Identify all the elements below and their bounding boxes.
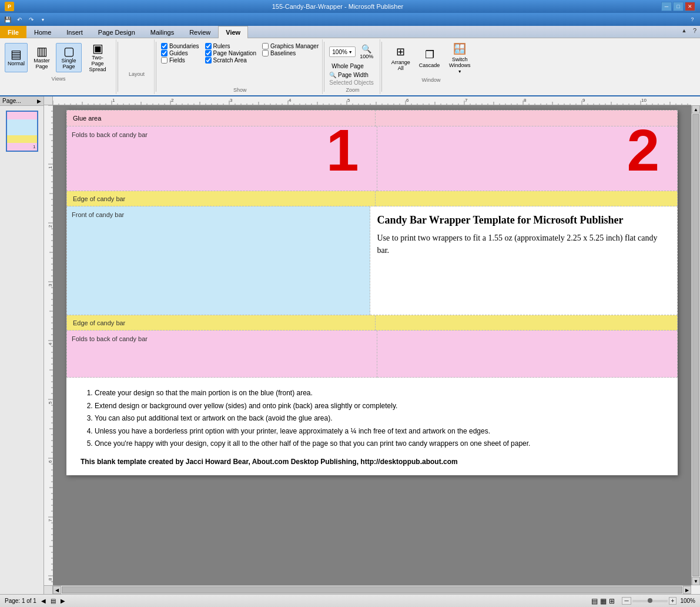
folds-back-left: Folds to back of candy bar 1 — [66, 126, 377, 191]
edge-top-right — [376, 191, 678, 206]
close-button[interactable]: ✕ — [685, 2, 695, 11]
canvas-area: Glue area Folds to back of candy bar 1 — [44, 105, 700, 585]
scroll-right-button[interactable]: ▶ — [683, 586, 691, 594]
normal-view-button[interactable]: ▤ Normal — [5, 43, 28, 72]
window-group-label: Window — [422, 77, 441, 83]
ribbon-help-icon[interactable]: ? — [689, 26, 700, 35]
zoom-in-button[interactable]: + — [669, 597, 677, 605]
zoom-slider-thumb[interactable] — [648, 598, 652, 603]
page-scroll-area[interactable]: 1 — [0, 106, 43, 594]
tab-view[interactable]: View — [218, 26, 248, 38]
tab-home[interactable]: Home — [26, 26, 59, 38]
help-minimize-icon[interactable]: ? — [687, 15, 698, 24]
zoom-slider[interactable] — [632, 600, 668, 602]
h-scroll-thumb[interactable] — [62, 586, 682, 593]
v-scroll-thumb[interactable] — [692, 114, 699, 576]
canvas-content[interactable]: Glue area Folds to back of candy bar 1 — [53, 105, 691, 585]
view-spread-icon[interactable]: ⊞ — [609, 597, 615, 605]
master-page-button[interactable]: ▥ Master Page — [29, 43, 55, 72]
qa-save-button[interactable]: 💾 — [2, 15, 13, 24]
folds-back2-label: Folds to back of candy bar — [72, 335, 148, 342]
boundaries-checkbox[interactable] — [161, 43, 168, 49]
layout-group-label: Layout — [129, 71, 145, 77]
edge-bottom-row: Edge of candy bar — [66, 315, 678, 331]
sep4 — [381, 42, 382, 92]
views-buttons: ▤ Normal ▥ Master Page ▢ Single Page ▣ T… — [5, 41, 112, 75]
page-nav-next-icon: ▶ — [61, 598, 65, 604]
cascade-button[interactable]: ❐ Cascade — [416, 44, 443, 73]
scratch-area-checkbox-item[interactable]: Scratch Area — [205, 57, 256, 64]
page-nav-checkbox-item[interactable]: Page Navigation — [205, 50, 256, 56]
scroll-left-button[interactable]: ◀ — [53, 586, 61, 594]
rulers-checkbox-item[interactable]: Rulers — [205, 43, 256, 49]
arrange-all-button[interactable]: ⊞ Arrange All — [387, 44, 415, 73]
page-icon: ▤ — [51, 598, 56, 604]
folds-back-right: 2 — [377, 126, 678, 191]
guides-checkbox-item[interactable]: Guides — [161, 50, 199, 56]
fields-checkbox-item[interactable]: Fields — [161, 57, 199, 64]
sep3 — [324, 42, 324, 92]
tab-insert[interactable]: Insert — [59, 26, 91, 38]
sep2 — [156, 42, 156, 92]
scroll-down-button[interactable]: ▼ — [692, 577, 700, 585]
show-col3: Graphics Manager Baselines — [262, 43, 319, 56]
graphics-mgr-checkbox-item[interactable]: Graphics Manager — [262, 43, 319, 49]
baselines-checkbox-item[interactable]: Baselines — [262, 50, 319, 56]
whole-page-button[interactable]: Whole Page — [329, 62, 366, 71]
page-width-button[interactable]: 🔍 Page Width — [329, 72, 368, 78]
instruction-1: Create your design so that the main port… — [95, 387, 664, 400]
zoom-100-button[interactable]: 🔍 100% — [357, 43, 376, 61]
qa-dropdown-button[interactable]: ▼ — [38, 15, 48, 24]
v-ruler — [44, 105, 53, 585]
rulers-label: Rulers — [213, 43, 230, 49]
folds-back-label: Folds to back of candy bar — [72, 131, 148, 138]
restore-button[interactable]: □ — [673, 2, 684, 11]
title-bar: P 155-Candy-Bar-Wrapper - Microsoft Publ… — [0, 0, 700, 13]
boundaries-checkbox-item[interactable]: Boundaries — [161, 43, 199, 49]
view-single-icon[interactable]: ▦ — [600, 597, 607, 605]
h-scrollbar[interactable]: ◀ ▶ — [53, 585, 691, 594]
tab-page-design[interactable]: Page Design — [91, 26, 143, 38]
scratch-area-checkbox[interactable] — [205, 57, 212, 64]
graphics-mgr-checkbox[interactable] — [262, 43, 269, 49]
qa-redo-button[interactable]: ↷ — [26, 15, 36, 24]
zoom-control: ─ + 100% — [622, 597, 695, 605]
page-thumbnail-1[interactable]: 1 — [6, 111, 38, 152]
fields-checkbox[interactable] — [161, 57, 168, 64]
selected-objects-button[interactable]: Selected Objects — [329, 79, 374, 86]
minimize-button[interactable]: ─ — [661, 2, 672, 11]
selected-objects-label: Selected Objects — [329, 79, 374, 86]
zoom-out-button[interactable]: ─ — [622, 597, 631, 605]
whole-page-label: Whole Page — [331, 63, 363, 69]
tab-mailings[interactable]: Mailings — [143, 26, 182, 38]
two-page-spread-button[interactable]: ▣ Two-Page Spread — [83, 41, 112, 75]
single-page-button[interactable]: ▢ Single Page — [56, 43, 82, 72]
page-panel-title: Page... — [2, 98, 21, 104]
rulers-checkbox[interactable] — [205, 43, 212, 49]
template-title: Candy Bar Wrapper Template for Microsoft… — [377, 214, 671, 227]
ribbon-group-window: ⊞ Arrange All ❐ Cascade 🪟 Switch Windows… — [383, 39, 480, 94]
status-left: Page: 1 of 1 ◀ ▤ ▶ — [5, 598, 65, 604]
scratch-area-label: Scratch Area — [213, 57, 247, 64]
qa-undo-button[interactable]: ↶ — [14, 15, 25, 24]
page-panel-chevron: ▶ — [37, 98, 41, 104]
h-ruler — [53, 96, 691, 105]
v-ruler-canvas — [44, 105, 53, 585]
tab-file[interactable]: File — [0, 26, 26, 38]
view-normal-icon[interactable]: ▤ — [591, 597, 598, 605]
tab-review[interactable]: Review — [182, 26, 218, 38]
switch-windows-button[interactable]: 🪟 Switch Windows ▼ — [444, 41, 475, 76]
zoom-icon: 🔍 — [329, 72, 336, 78]
page-nav-checkbox[interactable] — [205, 50, 212, 56]
instruction-2: Extend design or background over yellow … — [95, 400, 664, 413]
zoom-dropdown[interactable]: 100% ▼ — [329, 46, 356, 57]
h-ruler-canvas — [53, 96, 691, 105]
show-col1: Boundaries Guides Fields — [161, 43, 199, 64]
h-scroll-end — [691, 585, 700, 594]
window-buttons: ⊞ Arrange All ❐ Cascade 🪟 Switch Windows… — [387, 41, 476, 76]
baselines-checkbox[interactable] — [262, 50, 269, 56]
scroll-up-button[interactable]: ▲ — [692, 105, 700, 114]
ribbon-minimize-icon[interactable]: ▲ — [679, 26, 689, 35]
v-scrollbar[interactable]: ▲ ▼ — [691, 105, 700, 585]
guides-checkbox[interactable] — [161, 50, 168, 56]
